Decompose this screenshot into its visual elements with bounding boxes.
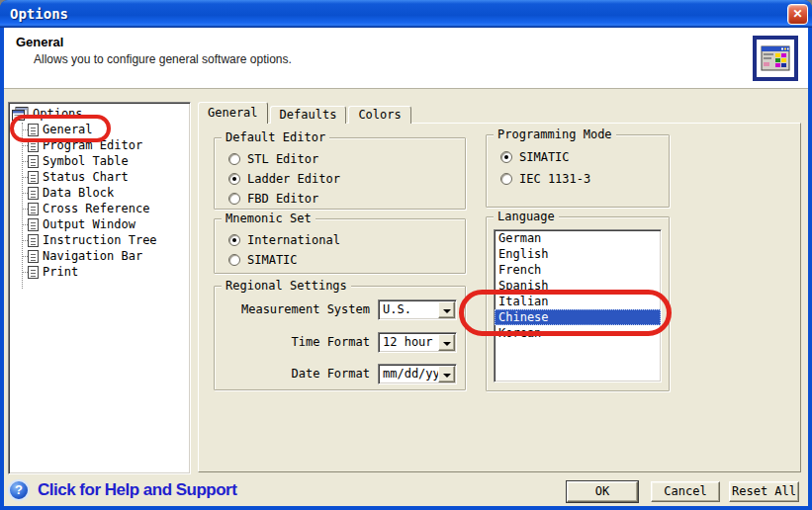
tree-item-data-block[interactable]: Data Block (9, 185, 190, 201)
help-question-icon: ? (8, 479, 30, 501)
combo-value: mm/dd/yy (383, 367, 440, 381)
cancel-button[interactable]: Cancel (651, 481, 720, 502)
tab-general[interactable]: General (198, 102, 268, 124)
tree-item-label: Output Window (43, 216, 135, 232)
page-icon (28, 155, 39, 168)
group-title: Mnemonic Set (222, 212, 316, 225)
tree-item-label: Program Editor (43, 137, 142, 153)
language-item-german[interactable]: German (495, 230, 661, 246)
language-item-spanish[interactable]: Spanish (495, 278, 661, 294)
tree-item-label: Status Chart (43, 169, 129, 185)
tree-root-label: Options (33, 106, 83, 122)
measurement-system-select[interactable]: U.S. (378, 299, 457, 320)
page-icon (28, 139, 39, 152)
tree-item-program-editor[interactable]: Program Editor (9, 137, 190, 153)
date-format-select[interactable]: mm/dd/yy (378, 364, 457, 384)
radio-icon-selected[interactable] (228, 234, 240, 246)
tree-item-general[interactable]: General (9, 122, 190, 137)
title-bar[interactable]: Options ✕ (0, 0, 812, 28)
tree-item-navigation-bar[interactable]: Navigation Bar (9, 248, 190, 264)
group-title: Programming Mode (494, 128, 616, 141)
help-link-text: Click for Help and Support (38, 480, 236, 500)
time-format-row: Time Format 12 hour (223, 332, 457, 353)
radio-label: Ladder Editor (247, 172, 340, 186)
tree-item-output-window[interactable]: Output Window (9, 216, 190, 232)
radio-label: FBD Editor (247, 192, 318, 206)
programming-mode-group: Programming Mode SIMATIC IEC 1131-3 (486, 134, 670, 208)
language-item-chinese[interactable]: Chinese (495, 309, 661, 325)
tab-colors[interactable]: Colors (348, 106, 410, 124)
chevron-down-icon (443, 342, 451, 346)
language-listbox[interactable]: German English French Spanish Italian Ch… (494, 229, 662, 382)
reset-all-button[interactable]: Reset All (729, 481, 799, 502)
tree-item-status-chart[interactable]: Status Chart (9, 169, 190, 185)
tree-item-symbol-table[interactable]: Symbol Table (9, 153, 190, 169)
radio-iec-1131-3[interactable]: IEC 1131-3 (500, 171, 590, 187)
regional-settings-group: Regional Settings Measurement System U.S… (214, 286, 466, 390)
language-item-english[interactable]: English (495, 246, 661, 262)
help-and-support-link[interactable]: ? Click for Help and Support (8, 478, 236, 502)
tab-label: Colors (358, 108, 401, 122)
options-dialog: Options ✕ General Allows you to configur… (0, 0, 812, 510)
tree-item-label: Cross Reference (43, 201, 149, 216)
radio-label: SIMATIC (519, 150, 570, 164)
radio-icon[interactable] (228, 254, 240, 266)
radio-international[interactable]: International (228, 232, 340, 248)
close-icon: ✕ (792, 7, 802, 21)
field-label: Date Format (292, 367, 370, 381)
radio-stl-editor[interactable]: STL Editor (228, 151, 318, 167)
page-icon (28, 171, 39, 184)
radio-label: STL Editor (247, 152, 318, 166)
window-title: Options (10, 6, 68, 22)
radio-label: International (247, 233, 340, 247)
tree-item-label: Data Block (43, 185, 114, 201)
dropdown-button[interactable] (438, 301, 455, 318)
radio-icon[interactable] (228, 153, 240, 165)
date-format-row: Date Format mm/dd/yy (223, 364, 457, 384)
general-tab-page: Default Editor STL Editor Ladder Editor … (198, 123, 801, 472)
radio-simatic-mnemonic[interactable]: SIMATIC (228, 252, 298, 268)
dropdown-button[interactable] (438, 334, 455, 351)
tab-label: Defaults (280, 108, 337, 122)
radio-fbd-editor[interactable]: FBD Editor (228, 191, 318, 207)
tree-item-label: General (43, 122, 93, 137)
page-icon (28, 124, 39, 136)
field-label: Time Format (292, 335, 370, 349)
page-icon (28, 218, 39, 231)
tab-defaults[interactable]: Defaults (270, 106, 347, 124)
combo-value: 12 hour (383, 335, 433, 349)
radio-icon[interactable] (228, 193, 240, 205)
language-item-french[interactable]: French (495, 262, 661, 278)
language-item-italian[interactable]: Italian (495, 294, 661, 309)
close-button[interactable]: ✕ (787, 4, 808, 25)
tree-item-label: Print (43, 264, 78, 280)
language-item-korean[interactable]: Korean (495, 325, 661, 341)
radio-icon-selected[interactable] (500, 151, 512, 163)
options-tree-panel: Options General Program Editor Symbol Ta… (8, 102, 191, 474)
tree-item-instruction-tree[interactable]: Instruction Tree (9, 232, 190, 248)
tree-item-print[interactable]: Print (9, 264, 190, 280)
default-editor-group: Default Editor STL Editor Ladder Editor … (214, 137, 466, 210)
dropdown-button[interactable] (438, 366, 455, 382)
combo-value: U.S. (383, 302, 411, 316)
tree-root-options[interactable]: Options (9, 106, 190, 122)
radio-label: IEC 1131-3 (519, 172, 590, 186)
page-icon (28, 203, 39, 215)
time-format-select[interactable]: 12 hour (378, 332, 457, 353)
radio-icon[interactable] (500, 173, 512, 185)
dialog-body: Options General Program Editor Symbol Ta… (4, 89, 808, 506)
group-title: Default Editor (222, 130, 329, 144)
chevron-down-icon (443, 309, 451, 313)
ok-button[interactable]: OK (567, 481, 638, 502)
radio-ladder-editor[interactable]: Ladder Editor (228, 171, 340, 187)
mnemonic-set-group: Mnemonic Set International SIMATIC (214, 218, 466, 274)
radio-icon-selected[interactable] (228, 173, 240, 185)
group-title: Regional Settings (222, 279, 351, 293)
page-icon (28, 266, 39, 279)
tree-item-label: Instruction Tree (43, 232, 157, 248)
field-label: Measurement System (241, 302, 370, 316)
tree-item-cross-reference[interactable]: Cross Reference (9, 201, 190, 216)
tab-strip: General Defaults Colors (198, 102, 413, 124)
radio-simatic-mode[interactable]: SIMATIC (500, 149, 570, 165)
options-tree: Options General Program Editor Symbol Ta… (9, 103, 190, 280)
